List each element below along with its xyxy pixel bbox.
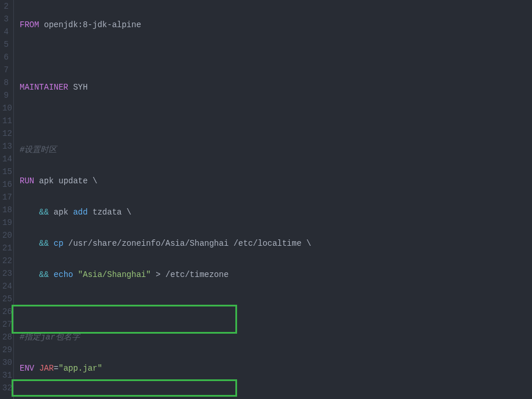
line-number: 20 [2, 229, 9, 242]
line-number: 23 [2, 267, 9, 280]
line-number: 8 [2, 76, 9, 89]
line-number: 24 [2, 280, 9, 293]
line-number: 9 [2, 89, 9, 102]
code-line[interactable]: && apk add tzdata \ [20, 206, 532, 219]
code-line[interactable] [20, 112, 532, 125]
code-line[interactable]: RUN apk update \ [20, 175, 532, 187]
line-number: 15 [2, 165, 9, 178]
line-number: 4 [2, 25, 9, 38]
line-number: 10 [2, 102, 9, 114]
line-number: 17 [2, 191, 9, 204]
line-gutter: 2 3 4 5 6 7 8 9 10 11 12 13 14 15 16 17 … [0, 0, 14, 399]
line-number: 18 [2, 204, 9, 216]
line-number: 29 [2, 343, 9, 356]
line-number: 31 [2, 369, 9, 382]
code-line[interactable] [20, 393, 532, 399]
code-line[interactable] [20, 50, 532, 62]
line-number: 25 [2, 293, 9, 305]
code-line[interactable]: && echo "Asia/Shanghai" > /etc/timezone [20, 268, 532, 281]
line-number: 27 [2, 318, 9, 331]
line-number: 7 [2, 64, 9, 76]
code-line[interactable]: #指定jar包名字 [20, 331, 532, 343]
line-number: 6 [2, 51, 9, 64]
code-line[interactable]: MAINTAINER SYH [20, 81, 532, 94]
code-line[interactable]: FROM openjdk:8-jdk-alpine [20, 19, 532, 31]
line-number: 12 [2, 127, 9, 140]
code-line[interactable] [20, 300, 532, 312]
code-area[interactable]: FROM openjdk:8-jdk-alpine MAINTAINER SYH… [14, 0, 532, 399]
line-number: 16 [2, 178, 9, 191]
line-number: 22 [2, 254, 9, 267]
line-number: 3 [2, 13, 9, 25]
line-number: 5 [2, 38, 9, 51]
code-line[interactable]: #设置时区 [20, 143, 532, 156]
line-number: 19 [2, 216, 9, 229]
line-number: 14 [2, 153, 9, 165]
line-number: 30 [2, 356, 9, 369]
code-line[interactable]: ENV JAR="app.jar" [20, 362, 532, 375]
line-number: 32 [2, 382, 9, 394]
line-number: 28 [2, 331, 9, 343]
line-number: 21 [2, 242, 9, 254]
line-number: 2 [2, 0, 9, 13]
line-number: 26 [2, 305, 9, 318]
code-editor[interactable]: 2 3 4 5 6 7 8 9 10 11 12 13 14 15 16 17 … [0, 0, 532, 399]
line-number: 11 [2, 114, 9, 127]
code-line[interactable]: && cp /usr/share/zoneinfo/Asia/Shanghai … [20, 237, 532, 250]
line-number: 13 [2, 140, 9, 153]
